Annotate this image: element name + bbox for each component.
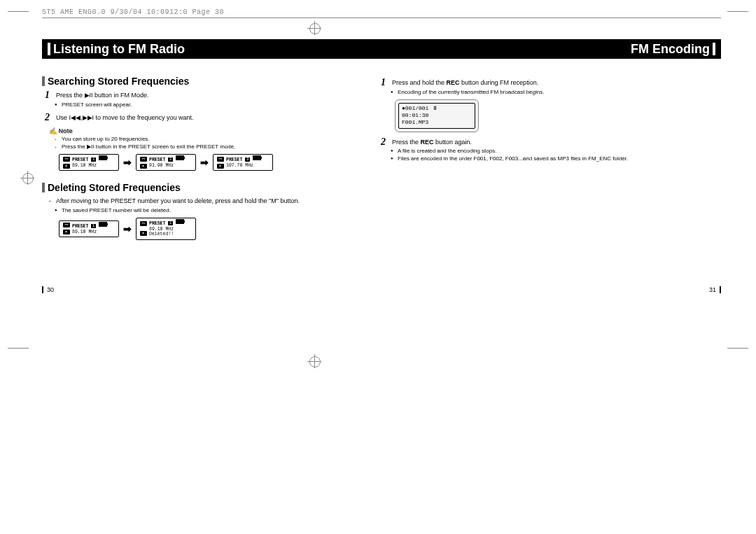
note-item: You can store up to 20 frequencies.	[62, 136, 350, 142]
fm-icon: FM	[63, 157, 70, 162]
title-bar: Listening to FM Radio FM Encoding	[42, 39, 721, 59]
lcd-line2: 89.10 MHz	[72, 230, 97, 234]
memory-icon: ▶	[63, 230, 70, 234]
memory-icon: ▶	[140, 164, 147, 169]
battery-icon	[176, 219, 184, 224]
fm-icon: FM	[63, 223, 70, 227]
section-text: Searching Stored Frequencies	[48, 76, 189, 87]
memory-icon: ▶	[63, 164, 70, 169]
step: 2Press the REC button again.	[392, 138, 686, 147]
step: 2Use I◀◀,▶▶I to move to the frequency yo…	[56, 113, 350, 122]
lcd-line1: PRESET	[149, 221, 165, 226]
lcd-line3: F001.MP3	[402, 119, 472, 126]
lcd-display: FM▶ PRESET 1 89.10 MHz	[59, 220, 119, 237]
page-number-left: 30	[42, 286, 54, 293]
lcd-row: FM▶ PRESET 1 89.10 MHz ➡ FM▶ PRESET 1 89…	[59, 218, 350, 240]
note-item: Press the ▶II button in the PRESET scree…	[62, 143, 350, 150]
fm-icon: FM	[140, 157, 147, 162]
bullet: A file is created and the encoding stops…	[398, 148, 686, 154]
arrow-icon: ➡	[123, 223, 132, 234]
step-text: Use I◀◀,▶▶I to move to the frequency you…	[56, 114, 194, 121]
step-text: Press the REC button again.	[392, 139, 472, 146]
crop-line	[727, 348, 748, 349]
lcd-line2: 89.10 MHz	[149, 227, 174, 232]
page-number-right: 31	[709, 286, 721, 293]
memory-icon: ▶	[217, 164, 224, 169]
crop-line	[8, 11, 29, 12]
section-text: Deleting Stored Frequencies	[48, 182, 181, 193]
battery-icon	[176, 155, 184, 160]
lcd-line2: 107.70 MHz	[226, 163, 253, 168]
lcd-display: FM▶ PRESET 2 91.90 MHz	[136, 154, 196, 171]
registration-mark-icon	[307, 354, 321, 368]
lcd-display: FM▶ PRESET 1 89.10 MHz Deleted!!	[136, 218, 196, 240]
lcd-line1: PRESET	[149, 157, 165, 162]
step: 1Press and hold the REC button during FM…	[392, 78, 686, 87]
lcd-display: FM▶ PRESET 3 107.70 MHz	[213, 154, 273, 171]
lcd-line2: 91.90 MHz	[149, 163, 174, 168]
lcd-line1: ●001/001 ⏸	[402, 105, 472, 112]
memory-icon: ▶	[140, 231, 147, 236]
lcd-row: FM▶ PRESET 1 89.10 MHz ➡ FM▶ PRESET 2 91…	[59, 154, 350, 171]
print-header: ST5 AME ENG0.0 9/30/04 10:0912:0 Page 30	[42, 8, 721, 18]
step: 1Press the ▶II button in FM Mode.	[56, 91, 350, 100]
page-footer: 30 31	[42, 286, 721, 293]
bullet: Encoding of the currently transmitted FM…	[398, 89, 686, 95]
battery-icon	[253, 155, 261, 160]
lcd-line2: 89.10 MHz	[72, 163, 97, 168]
crop-line	[727, 11, 748, 12]
battery-icon	[99, 222, 107, 227]
lcd-line3: Deleted!!	[149, 232, 174, 237]
instruction: -After moving to the PRESET number you w…	[56, 197, 350, 206]
title-left: Listening to FM Radio	[48, 43, 185, 55]
lcd-line2: 00:01:30	[402, 112, 472, 119]
lcd-display: FM▶ PRESET 1 89.10 MHz	[59, 154, 119, 171]
note-heading: Note	[49, 127, 350, 134]
registration-mark-icon	[20, 171, 34, 185]
arrow-icon: ➡	[123, 157, 132, 168]
instruction-text: After moving to the PRESET number you wa…	[56, 197, 300, 204]
fm-icon: FM	[217, 157, 224, 162]
crop-line	[8, 348, 29, 349]
page-spread: ST5 AME ENG0.0 9/30/04 10:0912:0 Page 30…	[42, 8, 721, 344]
lcd-line1: PRESET	[226, 157, 242, 162]
section-heading: Deleting Stored Frequencies	[42, 182, 350, 193]
section-heading: Searching Stored Frequencies	[42, 76, 350, 87]
lcd-line1: PRESET	[72, 157, 88, 162]
bullet: PRESET screen will appear.	[62, 101, 350, 108]
right-page: 1Press and hold the REC button during FM…	[378, 71, 686, 244]
lcd-display-large: ●001/001 ⏸ 00:01:30 F001.MP3	[395, 99, 479, 132]
step-text: Press and hold the REC button during FM …	[392, 79, 538, 86]
lcd-line1: PRESET	[72, 224, 88, 229]
bullet: The saved PRESET number will be deleted.	[62, 207, 350, 213]
bullet: Files are encoded in the order F001, F00…	[398, 155, 686, 162]
step-text: Press the ▶II button in FM Mode.	[56, 92, 149, 99]
battery-icon	[99, 155, 107, 160]
left-page: Searching Stored Frequencies 1Press the …	[42, 71, 350, 244]
arrow-icon: ➡	[200, 157, 209, 168]
title-right: FM Encoding	[631, 43, 715, 55]
fm-icon: FM	[140, 221, 147, 226]
